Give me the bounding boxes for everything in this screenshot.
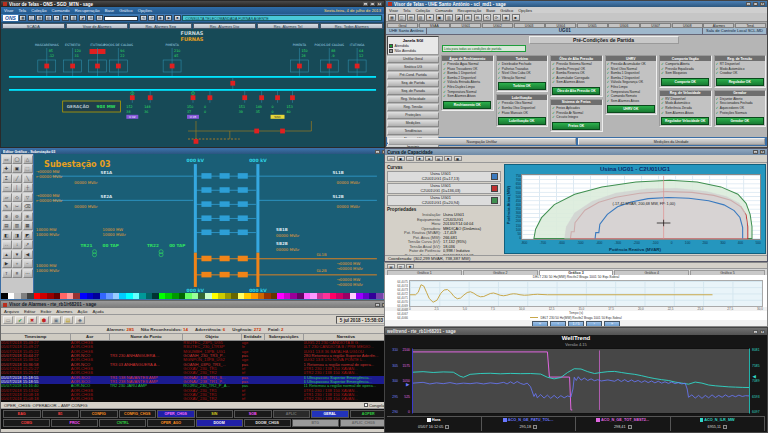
- color-swatch[interactable]: [369, 293, 376, 300]
- drawing-tool-button[interactable]: ⊗: [23, 212, 33, 221]
- toolbar-button[interactable]: ▤: [407, 14, 415, 21]
- alarm-toolbar-button[interactable]: ▭: [3, 316, 13, 324]
- drawing-tool-button[interactable]: ▽: [23, 193, 33, 202]
- filter-button[interactable]: OPER_AGO: [147, 419, 194, 427]
- menu-item[interactable]: Ação: [77, 309, 87, 314]
- toolbar-button[interactable]: ✚: [406, 264, 414, 269]
- toolbar-button[interactable]: ✖: [444, 156, 452, 161]
- drawing-tool-button[interactable]: －: [23, 259, 33, 268]
- color-swatch[interactable]: [356, 293, 363, 300]
- menu-item[interactable]: Visor: [389, 8, 398, 13]
- color-swatch[interactable]: [205, 293, 212, 300]
- toolbar-button[interactable]: ▤: [435, 156, 443, 161]
- menu-item[interactable]: Base: [105, 8, 115, 13]
- col-header[interactable]: Aor: [71, 334, 110, 340]
- toolbar-button[interactable]: ▧: [417, 14, 425, 21]
- drawing-tool-button[interactable]: ╱: [12, 174, 22, 183]
- minimize-icon[interactable]: –: [363, 2, 368, 6]
- furnas-titlebar[interactable]: Visor de Telas - ONS - SGD_MTN - sage – …: [1, 1, 384, 7]
- feeder-bay[interactable]: ESTREITO 120 31: [64, 43, 82, 76]
- color-swatch[interactable]: [8, 293, 15, 300]
- screen-name-input[interactable]: [104, 16, 138, 21]
- filter-button[interactable]: AOPER: [350, 410, 388, 418]
- precond-titlebar[interactable]: Visor de Telas - UHE Santo Antônio - scl…: [386, 1, 767, 7]
- color-swatch[interactable]: [231, 293, 238, 300]
- drawing-tool-button[interactable]: Ｔ: [2, 269, 12, 278]
- menu-item[interactable]: Recuperação: [457, 8, 481, 13]
- toolbar-button[interactable]: ▶: [165, 15, 172, 21]
- sidebar-nav-button[interactable]: Medições: [387, 120, 439, 127]
- color-swatch[interactable]: [139, 293, 146, 300]
- filter-button[interactable]: APLIC_CHGS: [340, 419, 387, 427]
- color-swatch[interactable]: [152, 293, 159, 300]
- col-header[interactable]: Nome do Ponto: [110, 334, 184, 340]
- toolbar-button[interactable]: ⬚: [406, 156, 414, 161]
- tab-grafico-5[interactable]: Gráfico 5: [690, 270, 765, 276]
- feeder-bay[interactable]: ITUTINGA 64 12: [348, 43, 366, 76]
- drawing-tool-button[interactable]: ▱: [2, 193, 12, 202]
- color-swatch[interactable]: [54, 293, 61, 300]
- toolbar-button[interactable]: ◫: [398, 14, 406, 21]
- drawing-tool-button[interactable]: ─: [2, 183, 12, 192]
- filter-button[interactable]: SIN: [196, 410, 234, 418]
- toolbar-button[interactable]: ✦: [426, 14, 434, 21]
- drawing-tool-button[interactable]: ▦: [23, 221, 33, 230]
- toolbar-button[interactable]: ◫: [397, 264, 405, 269]
- drawing-tool-button[interactable]: ▲: [2, 250, 12, 259]
- menu-item[interactable]: Coleção: [415, 8, 430, 13]
- color-swatch[interactable]: [34, 293, 41, 300]
- panel-ok-button[interactable]: Regulador Velocidade OK: [661, 117, 709, 125]
- color-swatch[interactable]: [1, 293, 8, 300]
- legend-cell[interactable]: ACO_N_ILR_MW 6955,11: [671, 417, 766, 431]
- bottom-nav-button[interactable]: Navegação Unifilar: [388, 138, 576, 145]
- color-swatch[interactable]: [350, 293, 357, 300]
- filter-button[interactable]: SOB: [234, 410, 272, 418]
- alarm-toolbar-button[interactable]: ◈: [75, 316, 85, 324]
- toolbar-button[interactable]: ⟳: [148, 15, 155, 21]
- close-icon[interactable]: ✕: [760, 150, 765, 154]
- generator-bay[interactable]: 15139: [239, 91, 247, 114]
- generator-bay[interactable]: 00: [204, 91, 212, 114]
- close-icon[interactable]: ✕: [760, 2, 765, 6]
- color-swatch[interactable]: [126, 293, 133, 300]
- color-swatch[interactable]: [27, 293, 34, 300]
- color-swatch[interactable]: [93, 293, 100, 300]
- color-swatch[interactable]: [290, 293, 297, 300]
- toolbar-button[interactable]: ▤: [387, 264, 395, 269]
- drawing-tool-button[interactable]: ▼: [12, 250, 22, 259]
- color-swatch[interactable]: [264, 293, 271, 300]
- maximize-icon[interactable]: ▢: [370, 2, 375, 6]
- toolbar-button[interactable]: ▭: [387, 156, 395, 161]
- drawing-tool-button[interactable]: ◨: [12, 231, 22, 240]
- panel-ok-button[interactable]: Turbina OK: [498, 82, 546, 90]
- color-swatch[interactable]: [21, 293, 28, 300]
- filter-button[interactable]: OPER_CHGS: [157, 410, 195, 418]
- color-swatch[interactable]: [146, 293, 153, 300]
- color-swatch[interactable]: [179, 293, 186, 300]
- filter-button[interactable]: BTG: [292, 419, 339, 427]
- legend-cell[interactable]: ACO_N_GE_TOT_SBST2... 298,41: [576, 417, 671, 431]
- toolbar-button[interactable]: ▤: [36, 15, 43, 21]
- col-header[interactable]: Objeto: [183, 334, 241, 340]
- toolbar-button[interactable]: ▦: [19, 15, 26, 21]
- drawing-tool-button[interactable]: ✂: [12, 202, 22, 211]
- color-swatch[interactable]: [87, 293, 94, 300]
- col-header[interactable]: Entidade: [242, 334, 265, 340]
- menu-item[interactable]: Editar: [24, 309, 35, 314]
- color-swatch[interactable]: [238, 293, 245, 300]
- color-swatch[interactable]: [363, 293, 370, 300]
- menu-item[interactable]: Gráfico: [119, 8, 133, 13]
- legend-cell[interactable]: ACO_N_GE_PATU_TOL... 295,18: [482, 417, 577, 431]
- color-swatch[interactable]: [317, 293, 324, 300]
- alarm-toolbar-button[interactable]: ✔: [15, 316, 25, 324]
- toolbar-button[interactable]: ⊟: [474, 14, 482, 21]
- col-header[interactable]: Narrativa: [304, 334, 389, 340]
- color-swatch[interactable]: [165, 293, 172, 300]
- toolbar-button[interactable]: ▣: [436, 14, 444, 21]
- legend-cell[interactable]: Hora 05/07 16:12:05: [387, 417, 482, 431]
- drawing-tool-button[interactable]: ▥: [12, 221, 22, 230]
- color-swatch[interactable]: [73, 293, 80, 300]
- color-swatch[interactable]: [304, 293, 311, 300]
- minimize-icon[interactable]: –: [746, 2, 751, 6]
- color-swatch[interactable]: [323, 293, 330, 300]
